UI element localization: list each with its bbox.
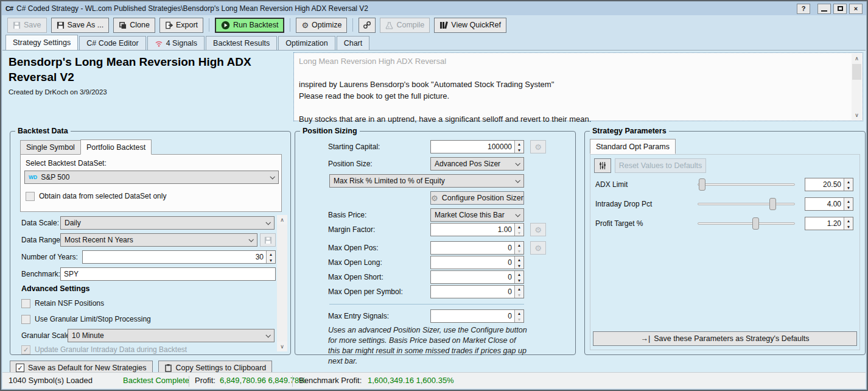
minimize-button[interactable] [817, 4, 831, 14]
spin-down-icon[interactable]: ▼ [515, 262, 523, 269]
spin-down-icon[interactable]: ▼ [515, 147, 523, 153]
profit-target-slider[interactable] [698, 217, 795, 230]
toolbar-separator [290, 18, 290, 32]
checkbox[interactable] [21, 299, 30, 308]
sliders-icon [598, 161, 607, 170]
margin-factor-input[interactable]: 1.00 ▲▼ [430, 223, 524, 236]
starting-capital-input[interactable]: 100000 ▲▼ [430, 140, 524, 153]
spin-up-icon[interactable]: ▲ [267, 251, 275, 257]
clone-button[interactable]: Clone [113, 18, 155, 33]
title-bar: C# C# Coded Strategy - WL.com Published … [2, 2, 866, 15]
adx-limit-slider[interactable] [698, 178, 795, 191]
spin-down-icon[interactable]: ▼ [515, 248, 523, 254]
checkbox-checked[interactable]: ✓ [21, 345, 30, 354]
basis-price-combobox[interactable]: Market Close this Bar [430, 208, 524, 222]
optimize-button[interactable]: ⚙ Optimize [296, 18, 347, 33]
intraday-drop-input[interactable]: 4.00 ▲▼ [805, 197, 853, 211]
spin-down-icon[interactable]: ▼ [844, 185, 853, 191]
compile-button[interactable]: Compile [380, 18, 430, 33]
spin-down-icon[interactable]: ▼ [844, 204, 853, 210]
slider-thumb[interactable] [699, 178, 705, 191]
number-of-years-input[interactable]: 30 ▲▼ [82, 250, 276, 264]
spin-down-icon[interactable]: ▼ [515, 292, 523, 298]
spin-up-icon[interactable]: ▲ [515, 271, 523, 277]
save-as-button[interactable]: Save As ... [51, 18, 110, 33]
data-scale-combobox[interactable]: Daily [60, 216, 275, 230]
tab-optimization[interactable]: Optimization [278, 36, 335, 50]
spin-up-icon[interactable]: ▲ [844, 178, 853, 185]
spin-down-icon[interactable]: ▼ [515, 277, 523, 283]
tab-signals[interactable]: 4 Signals [147, 36, 205, 50]
help-button[interactable]: ? [797, 4, 810, 14]
data-range-combobox[interactable]: Most Recent N Years [60, 233, 257, 247]
description-line: Buy stocks that are in an uptrend, have … [299, 113, 848, 125]
configure-position-sizer-button[interactable]: ⚙ Configure Position Sizer [430, 191, 524, 205]
tab-code-editor[interactable]: C# Code Editor [79, 36, 145, 50]
update-granular-checkbox[interactable]: ✓ Update Granular Intraday Data during B… [21, 345, 187, 354]
save-range-button[interactable] [260, 233, 276, 247]
spin-up-icon[interactable]: ▲ [515, 224, 523, 230]
position-size-combobox[interactable]: Advanced Pos Sizer [430, 157, 524, 171]
save-params-defaults-button[interactable]: →| Save these Parameters as Strategy's D… [593, 331, 857, 346]
spin-up-icon[interactable]: ▲ [515, 256, 523, 262]
slider-thumb[interactable] [752, 217, 759, 230]
checkbox[interactable] [26, 192, 35, 201]
spin-down-icon[interactable]: ▼ [844, 224, 853, 230]
description-scrollbar[interactable]: ∧ ∨ [852, 54, 862, 120]
export-button[interactable]: Export [159, 18, 203, 33]
spin-down-icon[interactable]: ▼ [515, 316, 523, 322]
scroll-down-icon[interactable]: ∨ [852, 110, 862, 120]
spin-down-icon[interactable]: ▼ [515, 230, 523, 236]
tab-standard-opt-params[interactable]: Standard Opt Params [590, 139, 676, 154]
spin-up-icon[interactable]: ▲ [515, 242, 523, 248]
strategy-description-box[interactable]: Long Mean Reversion High ADX Reversal in… [293, 52, 863, 121]
retain-nsf-checkbox[interactable]: Retain NSF Positions [21, 298, 104, 308]
scroll-up-icon[interactable]: ∧ [277, 215, 287, 225]
tab-strategy-settings[interactable]: Strategy Settings [5, 35, 78, 50]
intraday-drop-slider[interactable] [698, 197, 795, 211]
spin-up-icon[interactable]: ▲ [844, 198, 853, 204]
spin-up-icon[interactable]: ▲ [515, 310, 523, 316]
spin-up-icon[interactable]: ▲ [515, 141, 523, 147]
run-backtest-button[interactable]: Run Backtest [215, 18, 284, 33]
obtain-data-checkbox[interactable]: Obtain data from selected DataSet only [26, 191, 166, 201]
view-quickref-button[interactable]: View QuickRef [434, 18, 506, 33]
backtest-data-scrollbar[interactable]: ∧ ∨ [277, 215, 287, 351]
starting-capital-gear-button[interactable]: ⚙ [530, 140, 546, 153]
close-button[interactable]: × [849, 4, 863, 14]
signals-wifi-icon [155, 40, 163, 47]
max-open-pos-gear-button[interactable]: ⚙ [530, 241, 546, 255]
max-entry-signals-input[interactable]: 0 ▲▼ [430, 309, 524, 323]
dataset-subpanel: Select Backtest DataSet: WD S&P 500 Obta… [20, 154, 282, 212]
scrollbar-thumb[interactable] [852, 64, 861, 80]
checkbox[interactable] [21, 315, 30, 324]
profit-target-input[interactable]: 1.20 ▲▼ [805, 217, 853, 230]
tab-chart[interactable]: Chart [337, 36, 370, 50]
max-open-symbol-input[interactable]: 0 ▲▼ [430, 285, 524, 298]
benchmark-input[interactable]: SPY [60, 267, 276, 281]
granular-processing-checkbox[interactable]: Use Granular Limit/Stop Processing [21, 314, 151, 324]
adx-limit-input[interactable]: 20.50 ▲▼ [805, 178, 853, 191]
save-button[interactable]: Save [7, 18, 47, 33]
tab-single-symbol[interactable]: Single Symbol [20, 140, 81, 155]
reset-values-button[interactable]: Reset Values to Defaults [615, 158, 706, 173]
link-button[interactable] [359, 18, 376, 33]
max-open-short-input[interactable]: 0 ▲▼ [430, 270, 524, 284]
spin-up-icon[interactable]: ▲ [515, 286, 523, 292]
maximize-button[interactable] [833, 4, 847, 14]
granular-scale-combobox[interactable]: 10 Minute [68, 329, 275, 342]
checked-checkbox-icon: ✓ [16, 364, 24, 372]
pos-sizer-combobox[interactable]: Max Risk % Limited to % of Equity [329, 174, 524, 188]
tab-portfolio-backtest[interactable]: Portfolio Backtest [80, 139, 152, 155]
dataset-combobox[interactable]: WD S&P 500 [24, 171, 279, 184]
tab-backtest-results[interactable]: Backtest Results [206, 36, 277, 50]
params-filter-button[interactable] [594, 158, 611, 173]
max-open-pos-input[interactable]: 0 ▲▼ [430, 241, 524, 255]
max-open-long-input[interactable]: 0 ▲▼ [430, 256, 524, 269]
spin-down-icon[interactable]: ▼ [267, 257, 275, 263]
scroll-up-icon[interactable]: ∧ [852, 54, 862, 63]
slider-thumb[interactable] [769, 198, 776, 210]
margin-factor-gear-button[interactable]: ⚙ [530, 223, 546, 236]
spin-up-icon[interactable]: ▲ [844, 217, 853, 224]
scroll-down-icon[interactable]: ∨ [277, 342, 287, 351]
